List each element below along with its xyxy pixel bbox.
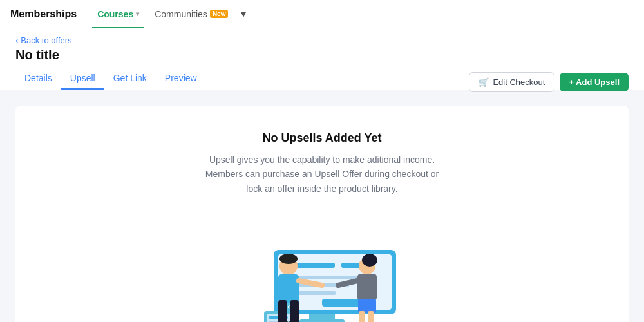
svg-rect-27 xyxy=(357,274,377,301)
nav-tab-communities[interactable]: Communities New xyxy=(149,0,233,28)
nav-more-button[interactable]: ▾ xyxy=(238,8,249,20)
svg-rect-30 xyxy=(359,311,365,322)
sub-header-wrapper: ‹ Back to offers No title Details Upsell… xyxy=(0,28,644,90)
edit-checkout-label: Edit Checkout xyxy=(493,77,545,87)
empty-state-card: No Upsells Added Yet Upsell gives you th… xyxy=(15,106,629,322)
courses-chevron-icon: ▾ xyxy=(136,10,139,17)
svg-rect-4 xyxy=(296,263,335,268)
tab-details[interactable]: Details xyxy=(15,68,61,90)
top-nav: Memberships Courses ▾ Communities New ▾ xyxy=(0,0,644,28)
communities-new-badge: New xyxy=(210,10,229,18)
empty-state-description: Upsell gives you the capability to make … xyxy=(200,153,444,196)
svg-point-26 xyxy=(362,254,377,267)
svg-rect-19 xyxy=(278,274,299,303)
svg-point-18 xyxy=(279,254,298,264)
add-upsell-header-label: + Add Upsell xyxy=(569,77,620,87)
back-chevron-icon: ‹ xyxy=(15,35,18,45)
svg-rect-29 xyxy=(358,299,376,313)
add-upsell-header-button[interactable]: + Add Upsell xyxy=(560,73,629,91)
main-content: No Upsells Added Yet Upsell gives you th… xyxy=(0,90,644,322)
nav-tab-courses[interactable]: Courses ▾ xyxy=(92,0,144,28)
courses-tab-label: Courses xyxy=(97,9,133,19)
upsell-illustration: ⚙ xyxy=(232,211,412,322)
action-bar: 🛒 Edit Checkout + Add Upsell xyxy=(469,72,629,92)
back-to-offers-link[interactable]: ‹ Back to offers xyxy=(15,35,72,45)
cart-icon: 🛒 xyxy=(478,77,489,87)
tab-get-link[interactable]: Get Link xyxy=(104,68,156,90)
tab-preview[interactable]: Preview xyxy=(156,68,206,90)
back-link-label: Back to offers xyxy=(21,35,71,45)
tab-upsell[interactable]: Upsell xyxy=(61,68,104,90)
svg-rect-9 xyxy=(322,299,361,307)
page-title: No title xyxy=(15,48,629,62)
svg-rect-22 xyxy=(290,300,299,322)
svg-rect-21 xyxy=(278,300,287,322)
brand-title: Memberships xyxy=(10,8,77,20)
empty-state-title: No Upsells Added Yet xyxy=(262,131,381,145)
svg-rect-1 xyxy=(299,319,345,322)
communities-tab-label: Communities xyxy=(155,9,207,19)
edit-checkout-button[interactable]: 🛒 Edit Checkout xyxy=(469,72,554,92)
svg-rect-31 xyxy=(368,311,374,322)
